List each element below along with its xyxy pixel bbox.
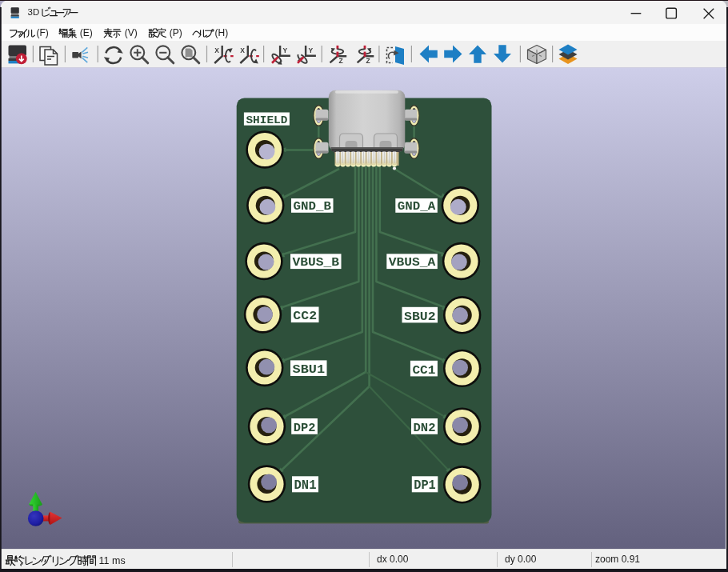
svg-text:(V): (V)	[125, 27, 138, 38]
svg-text:CC1: CC1	[412, 363, 435, 378]
svg-text:CC2: CC2	[293, 309, 317, 323]
svg-text:VBUS_A: VBUS_A	[389, 256, 436, 269]
svg-text:VBUS_B: VBUS_B	[293, 256, 340, 269]
svg-text:SBU2: SBU2	[404, 310, 436, 324]
svg-text:(P): (P)	[169, 27, 182, 38]
svg-text:SHIELD: SHIELD	[246, 115, 287, 126]
svg-text:DP2: DP2	[294, 421, 316, 435]
svg-text:(E): (E)	[80, 27, 93, 38]
svg-text:11 ms: 11 ms	[99, 555, 126, 566]
svg-text:Y: Y	[309, 46, 314, 54]
svg-text:DP1: DP1	[414, 478, 436, 493]
svg-text:GND_A: GND_A	[398, 200, 436, 213]
svg-text:DN1: DN1	[294, 478, 317, 493]
svg-text:X: X	[214, 46, 219, 54]
svg-text:GND_B: GND_B	[293, 200, 331, 213]
svg-text:(H): (H)	[215, 27, 229, 38]
svg-text:(F): (F)	[36, 27, 48, 38]
svg-text:SBU1: SBU1	[293, 362, 326, 377]
svg-text:Y: Y	[283, 46, 288, 54]
svg-text:Z: Z	[366, 57, 370, 65]
svg-text:X: X	[240, 46, 245, 54]
svg-text:DN2: DN2	[414, 421, 436, 435]
svg-text:Z: Z	[339, 57, 343, 65]
